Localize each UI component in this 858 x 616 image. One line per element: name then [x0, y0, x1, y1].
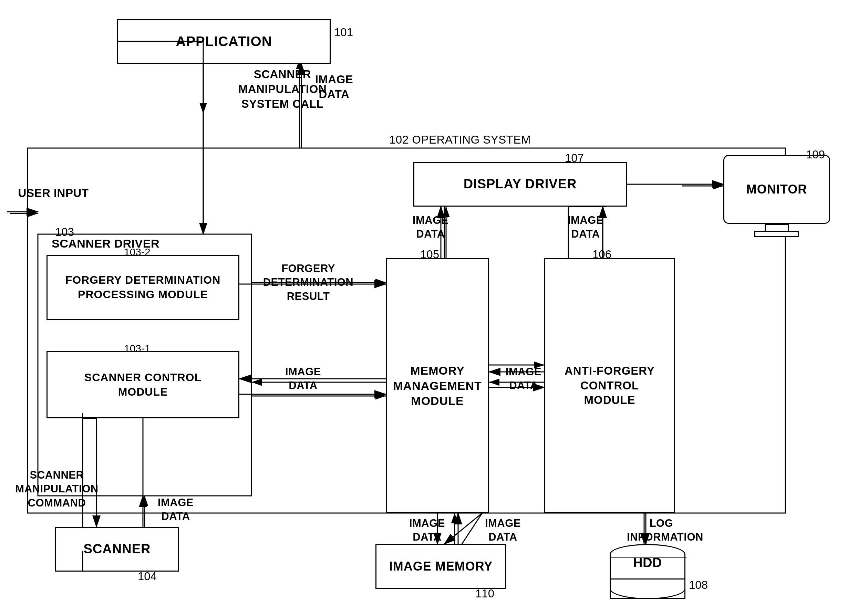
memory-mgmt-label: MEMORYMANAGEMENTMODULE — [393, 363, 482, 409]
ref-103: 103 — [55, 225, 74, 239]
scanner-control-label: SCANNER CONTROLMODULE — [84, 371, 202, 399]
image-data-mm-left-label: IMAGEDATA — [275, 365, 331, 393]
image-data-mm-right-label: IMAGEDATA — [496, 365, 551, 393]
image-data-top-label: IMAGEDATA — [306, 72, 362, 102]
user-input-label: USER INPUT — [16, 186, 91, 201]
image-memory-label: IMAGE MEMORY — [389, 559, 493, 575]
scanner-manip-cmd-label: SCANNERMANIPULATIONCOMMAND — [14, 468, 100, 510]
display-driver-label: DISPLAY DRIVER — [464, 175, 577, 192]
image-memory-box: IMAGE MEMORY — [375, 544, 506, 589]
ref-104: 104 — [138, 570, 157, 583]
application-box: APPLICATION — [117, 19, 331, 64]
forgery-result-label: FORGERYDETERMINATIONRESULT — [258, 262, 358, 303]
ref-107: 107 — [565, 152, 584, 164]
scanner-box: SCANNER — [55, 527, 179, 572]
hdd-container — [610, 544, 685, 599]
ref-103-1: 103-1 — [124, 343, 151, 354]
diagram: APPLICATION 101 102 OPERATING SYSTEM SCA… — [0, 0, 858, 616]
ref-105: 105 — [420, 248, 439, 261]
monitor-box: MONITOR — [723, 155, 830, 224]
ref-106: 106 — [592, 248, 611, 261]
ref-103-2: 103-2 — [124, 246, 151, 258]
monitor-label: MONITOR — [746, 182, 807, 198]
memory-mgmt-box: MEMORYMANAGEMENTMODULE — [386, 258, 489, 513]
ref-108: 108 — [689, 579, 708, 591]
log-info-label: LOGINFORMATION — [627, 517, 696, 545]
image-data-mem1-label: IMAGEDATA — [399, 517, 455, 545]
monitor-base — [754, 231, 799, 237]
hdd-label: HDD — [617, 554, 679, 571]
os-label: 102 OPERATING SYSTEM — [389, 133, 531, 147]
ref-110: 110 — [475, 587, 494, 600]
image-data-mem2-label: IMAGEDATA — [475, 517, 530, 545]
scanner-control-box: SCANNER CONTROLMODULE — [47, 351, 239, 418]
image-data-scanner-label: IMAGEDATA — [148, 496, 203, 524]
application-label: APPLICATION — [176, 33, 272, 50]
anti-forgery-label: ANTI-FORGERYCONTROLMODULE — [564, 364, 655, 408]
forgery-det-box: FORGERY DETERMINATIONPROCESSING MODULE — [47, 255, 239, 320]
scanner-label: SCANNER — [84, 541, 151, 557]
ref-109: 109 — [806, 148, 825, 161]
forgery-det-label: FORGERY DETERMINATIONPROCESSING MODULE — [65, 273, 221, 302]
image-data-af-up-label: IMAGEDATA — [558, 214, 613, 241]
image-data-display-label: IMAGEDATA — [403, 214, 458, 241]
anti-forgery-box: ANTI-FORGERYCONTROLMODULE — [544, 258, 675, 513]
ref-101: 101 — [334, 26, 353, 39]
display-driver-box: DISPLAY DRIVER — [413, 162, 627, 206]
